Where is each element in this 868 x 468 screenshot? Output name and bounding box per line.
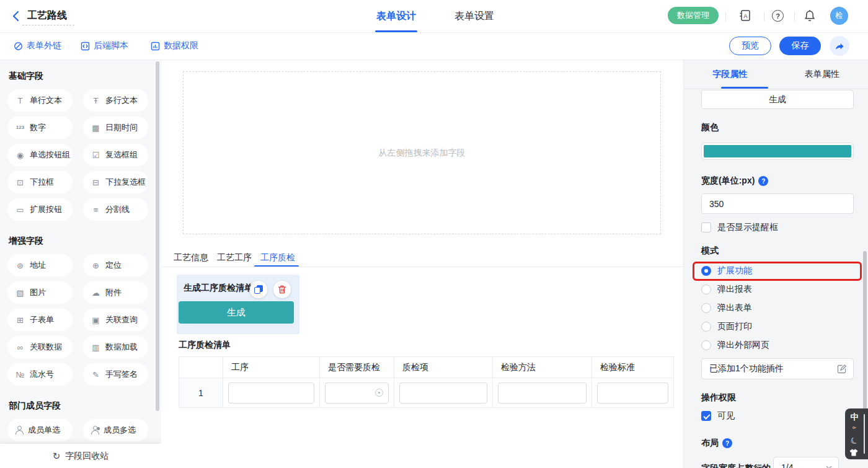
radio-selected-icon[interactable]: [701, 266, 711, 276]
field-item-signature[interactable]: ✎手写签名: [83, 363, 148, 386]
field-item-address[interactable]: ⊚地址: [7, 254, 73, 276]
color-picker[interactable]: [701, 143, 854, 160]
ime-statusbar[interactable]: 中 º’ ☾: [845, 408, 868, 459]
tab-process-steps[interactable]: 工艺工序: [217, 252, 252, 263]
tab-form-design[interactable]: 表单设计: [376, 10, 416, 23]
single-text-icon: T: [15, 97, 25, 105]
col-header-index: [179, 357, 223, 377]
field-item-number[interactable]: 123数字: [7, 117, 73, 139]
radio-icon[interactable]: [701, 322, 711, 332]
property-tabs: 字段属性 表单属性: [684, 60, 868, 89]
field-item-select[interactable]: ⊡下拉框: [7, 171, 73, 193]
tab-field-properties[interactable]: 字段属性: [684, 60, 776, 89]
form-external-link[interactable]: 表单外链: [14, 32, 61, 60]
section-title-basic-fields: 基础字段: [9, 71, 154, 82]
field-item-location[interactable]: ⊕定位: [83, 254, 148, 276]
backend-script-link[interactable]: 后端脚本: [81, 32, 128, 60]
reminder-checkbox[interactable]: [701, 223, 711, 232]
method-input[interactable]: [498, 382, 587, 404]
width-input[interactable]: [701, 193, 854, 214]
preview-button[interactable]: 预览: [729, 37, 771, 55]
tab-form-properties[interactable]: 表单属性: [776, 60, 868, 89]
layout-help-icon[interactable]: [722, 438, 732, 448]
mode-option-page-print[interactable]: 页面打印: [701, 320, 752, 333]
row-width-select[interactable]: 1/4: [773, 457, 839, 468]
help-icon[interactable]: [772, 10, 784, 22]
edit-icon[interactable]: [837, 364, 847, 374]
tool-link-label: 数据权限: [164, 40, 198, 51]
mode-option-popup-report[interactable]: 弹出报表: [701, 283, 752, 296]
width-help-icon[interactable]: [758, 176, 768, 186]
save-button[interactable]: 保存: [779, 37, 821, 55]
field-item-subform[interactable]: ⊞子表单: [7, 309, 73, 331]
field-item-relate-data[interactable]: ∞关联数据: [7, 336, 73, 358]
sidebar-scrollbar[interactable]: [156, 61, 159, 411]
user-avatar[interactable]: 检: [830, 7, 848, 25]
field-item-member-single[interactable]: 成员单选: [7, 419, 73, 441]
field-item-divider[interactable]: ≡分割线: [83, 198, 148, 221]
field-item-data-load[interactable]: ▥数据加载: [83, 336, 148, 358]
trash-icon: [278, 285, 286, 294]
notification-bell-icon[interactable]: [803, 9, 817, 22]
data-manage-button[interactable]: 数据管理: [668, 7, 719, 24]
divider-icon: ≡: [91, 206, 101, 214]
data-permission-link[interactable]: 数据权限: [151, 32, 198, 60]
field-item-checkbox-group[interactable]: ☑复选框组: [83, 144, 148, 166]
mode-option-external-webpage[interactable]: 弹出外部网页: [701, 339, 769, 351]
panel-scrollbar[interactable]: [863, 251, 867, 419]
radio-icon[interactable]: [701, 303, 711, 313]
need-check-select[interactable]: [325, 382, 389, 404]
page-title[interactable]: 工艺路线: [27, 9, 67, 22]
field-button-preview[interactable]: 生成: [701, 90, 854, 109]
field-item-attachment[interactable]: ☁附件: [83, 281, 148, 304]
row-index: 1: [179, 378, 223, 407]
field-item-multi-text[interactable]: Ŧ多行文本: [83, 89, 148, 112]
share-button[interactable]: [830, 36, 849, 56]
selected-field-card[interactable]: 生成工序质检清单 生成: [177, 275, 299, 334]
field-item-serial[interactable]: №流水号: [7, 363, 73, 386]
moon-icon[interactable]: ☾: [848, 434, 861, 448]
visible-checkbox[interactable]: [701, 411, 711, 421]
standard-input[interactable]: [597, 382, 668, 404]
shirt-skin-icon[interactable]: [849, 449, 859, 456]
field-item-relate-query[interactable]: ▣关联查询: [83, 309, 148, 331]
tab-process-info[interactable]: 工艺信息: [174, 252, 208, 263]
field-item-extend-button[interactable]: ▭扩展按钮: [7, 198, 73, 221]
section-title-enhanced-fields: 增强字段: [9, 236, 154, 247]
tab-form-settings[interactable]: 表单设置: [454, 10, 494, 23]
multi-select-icon: ⊟: [91, 179, 101, 187]
field-recycle-bin[interactable]: ↻ 字段回收站: [0, 444, 161, 468]
form-toolbar: 表单外链 后端脚本 数据权限 预览 保存: [0, 32, 868, 60]
color-label: 颜色: [701, 122, 719, 133]
member-multi-icon: [91, 426, 99, 435]
field-item-member-multi[interactable]: 成员多选: [83, 419, 148, 441]
copy-field-button[interactable]: [250, 281, 267, 298]
mode-option-popup-form[interactable]: 弹出表单: [701, 302, 752, 314]
field-item-radio-group[interactable]: ◉单选按钮组: [7, 144, 73, 166]
reminder-checkbox-row[interactable]: 是否显示提醒框: [701, 222, 778, 233]
field-item-datetime[interactable]: ▦日期时间: [83, 117, 148, 139]
radio-icon[interactable]: [701, 285, 711, 294]
generate-button-preview[interactable]: 生成: [179, 301, 294, 324]
tab-step-quality-check[interactable]: 工序质检: [260, 252, 295, 263]
svg-text:A: A: [743, 13, 747, 19]
mode-option-extend-function[interactable]: 扩展功能: [701, 265, 752, 277]
field-item-multi-select[interactable]: ⊟下拉复选框: [83, 171, 148, 193]
step-input[interactable]: [228, 382, 314, 404]
check-item-input[interactable]: [399, 382, 487, 404]
field-item-image[interactable]: ▧图片: [7, 281, 73, 304]
drop-zone[interactable]: 从左侧拖拽来添加字段: [183, 71, 661, 234]
back-icon[interactable]: [10, 9, 24, 23]
col-header-standard: 检验标准: [591, 357, 673, 377]
radio-icon[interactable]: [701, 340, 711, 350]
visible-checkbox-row[interactable]: 可见: [701, 410, 735, 422]
delete-field-button[interactable]: [273, 281, 291, 298]
field-item-single-text[interactable]: T单行文本: [7, 89, 73, 112]
ime-scrollbar: [864, 414, 865, 454]
ime-punctuation-icon[interactable]: º’: [849, 426, 859, 432]
plugin-summary-box[interactable]: 已添加1个功能插件: [701, 358, 854, 379]
property-panel: 字段属性 表单属性 生成 颜色 宽度(单位:px) 是否显示提醒框 模式 扩展功…: [683, 60, 868, 468]
contacts-book-icon[interactable]: A: [738, 9, 752, 22]
color-swatch: [704, 145, 851, 157]
ime-language-indicator[interactable]: 中: [849, 412, 859, 423]
